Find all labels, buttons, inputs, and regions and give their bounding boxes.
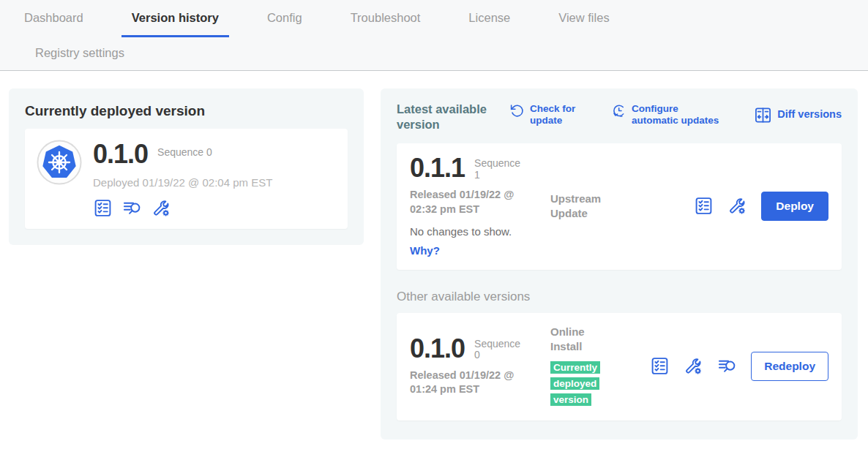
refresh-icon: [509, 103, 525, 118]
currently-deployed-badge-text: Currently deployed version: [550, 361, 600, 405]
deploy-button[interactable]: Deploy: [761, 192, 828, 221]
tab-license[interactable]: License: [458, 0, 520, 37]
top-navbar: Dashboard Version history Config Trouble…: [0, 0, 868, 71]
diff-versions-label: Diff versions: [777, 108, 842, 121]
tab-config[interactable]: Config: [257, 0, 313, 37]
view-logs-icon[interactable]: [717, 356, 737, 376]
tab-troubleshoot[interactable]: Troubleshoot: [340, 0, 431, 37]
available-versions-panel: Latest available version Check for updat…: [381, 88, 858, 439]
preflight-checklist-icon[interactable]: [93, 198, 113, 218]
currently-deployed-badge: Currently deployed version: [550, 360, 605, 407]
tab-dashboard[interactable]: Dashboard: [14, 0, 94, 37]
check-for-update-label: Check for update: [530, 103, 583, 127]
latest-version-header: Latest available version Check for updat…: [397, 102, 842, 132]
tab-version-history[interactable]: Version history: [121, 0, 229, 37]
redeploy-button[interactable]: Redeploy: [751, 352, 828, 381]
latest-sequence-label: Sequence 1: [474, 155, 524, 181]
tab-registry-settings[interactable]: Registry settings: [25, 46, 135, 62]
other-released-timestamp: Released 01/19/22 @ 01:24 pm EST: [410, 369, 536, 397]
edit-config-icon[interactable]: [727, 196, 747, 216]
latest-version-title: Latest available version: [397, 102, 505, 132]
latest-changes-text: No changes to show.: [410, 225, 550, 238]
version-actions: Check for update Configure automatic upd…: [509, 102, 842, 127]
deployed-version-number: 0.1.0: [93, 141, 148, 167]
main-content: Currently deployed version 0.1.0 Sequenc…: [0, 71, 868, 439]
view-logs-icon[interactable]: [122, 198, 142, 218]
why-link[interactable]: Why?: [410, 244, 550, 257]
deployed-card-body: 0.1.0 Sequence 0 Deployed 01/19/22 @ 02:…: [93, 140, 272, 218]
configure-automatic-updates-label: Configure automatic updates: [632, 103, 725, 127]
latest-released-timestamp: Released 01/19/22 @ 02:32 pm EST: [410, 188, 536, 216]
latest-card-actions: Deploy: [694, 192, 828, 221]
diff-icon: [754, 106, 772, 124]
deployed-timestamp: Deployed 01/19/22 @ 02:04 pm EST: [93, 176, 272, 189]
diff-versions-link[interactable]: Diff versions: [754, 103, 842, 127]
tab-view-files[interactable]: View files: [548, 0, 619, 37]
other-versions-title: Other available versions: [397, 290, 842, 304]
latest-source-label: Upstream Update: [550, 192, 632, 220]
configure-automatic-updates-link[interactable]: Configure automatic updates: [611, 103, 725, 127]
deployed-sequence-label: Sequence 0: [157, 141, 212, 158]
latest-version-number: 0.1.1: [410, 155, 465, 181]
nav-row-secondary: Registry settings: [0, 37, 868, 70]
latest-version-card: 0.1.1 Sequence 1 Released 01/19/22 @ 02:…: [397, 143, 842, 270]
other-card-row: 0.1.0 Sequence 0 Released 01/19/22 @ 01:…: [410, 325, 828, 407]
other-card-actions: Redeploy: [650, 352, 828, 381]
update-schedule-icon: [611, 103, 626, 118]
edit-config-icon[interactable]: [684, 356, 703, 376]
nav-row-primary: Dashboard Version history Config Trouble…: [0, 0, 868, 37]
latest-card-left: 0.1.1 Sequence 1 Released 01/19/22 @ 02:…: [410, 155, 550, 257]
latest-version-row: 0.1.1 Sequence 1: [410, 155, 550, 181]
preflight-checklist-icon[interactable]: [694, 196, 714, 216]
other-source-label: Online Install: [550, 325, 609, 353]
other-version-number: 0.1.0: [410, 336, 465, 362]
check-for-update-link[interactable]: Check for update: [509, 103, 583, 127]
other-source-column: Online Install Currently deployed versio…: [550, 325, 632, 407]
other-sequence-label: Sequence 0: [474, 336, 524, 361]
edit-config-icon[interactable]: [151, 198, 171, 218]
kubernetes-logo-icon: [37, 140, 82, 185]
other-card-left: 0.1.0 Sequence 0 Released 01/19/22 @ 01:…: [410, 336, 550, 397]
deployed-version-row: 0.1.0 Sequence 0: [93, 141, 272, 167]
other-version-row: 0.1.0 Sequence 0: [410, 336, 550, 362]
preflight-checklist-icon[interactable]: [650, 356, 670, 376]
currently-deployed-panel: Currently deployed version 0.1.0 Sequenc…: [9, 88, 364, 245]
currently-deployed-title: Currently deployed version: [25, 103, 348, 119]
latest-card-row: 0.1.1 Sequence 1 Released 01/19/22 @ 02:…: [410, 155, 828, 257]
other-version-card: 0.1.0 Sequence 0 Released 01/19/22 @ 01:…: [397, 313, 842, 420]
deployed-version-card: 0.1.0 Sequence 0 Deployed 01/19/22 @ 02:…: [25, 129, 348, 229]
deployed-card-actions: [93, 198, 272, 218]
